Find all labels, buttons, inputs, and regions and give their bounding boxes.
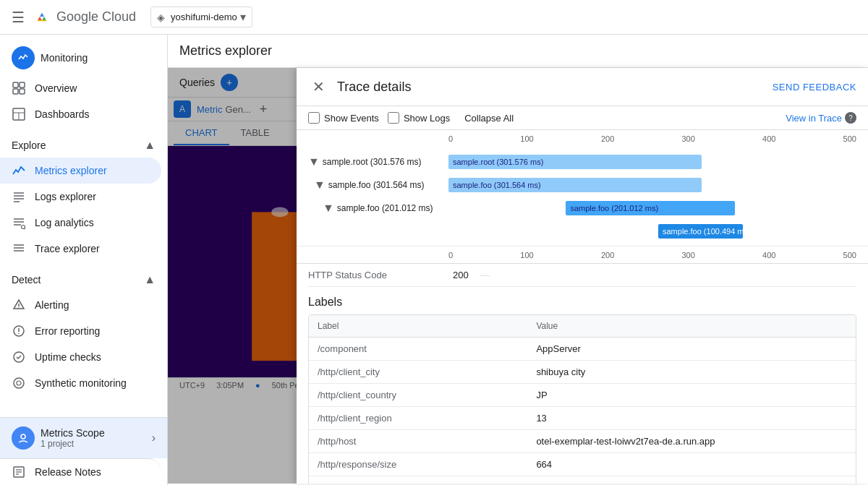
svg-point-27: [21, 434, 25, 439]
axis-400: 400: [762, 134, 775, 143]
label-response-size-key: /http/response/size: [309, 453, 527, 476]
trace-bottom-axis: 0 100 200 300 400 500: [297, 246, 868, 263]
sidebar-item-log-analytics[interactable]: Log analytics: [0, 210, 161, 236]
trace-row-4: sample.foo (100.494 ms): [297, 220, 868, 243]
show-events-input[interactable]: [308, 112, 320, 124]
view-in-trace-button[interactable]: View in Trace ?: [786, 112, 856, 124]
trace-row-1-label: ▼ sample.root (301.576 ms): [297, 155, 448, 168]
show-logs-label: Show Logs: [404, 113, 450, 124]
sidebar-item-synthetic-monitoring[interactable]: Synthetic monitoring: [0, 370, 161, 396]
sidebar-release-notes-label: Release Notes: [35, 466, 101, 478]
label-row-client-region: /http/client_region 13: [309, 407, 856, 430]
explore-toggle[interactable]: ▲: [144, 139, 156, 152]
labels-table: Label Value /component AppServer /http/c…: [308, 314, 856, 484]
dashboards-icon: [12, 107, 26, 121]
close-button[interactable]: ✕: [308, 77, 328, 97]
svg-point-23: [18, 333, 20, 335]
trace-axis-labels: 0 100 200 300 400 500: [448, 134, 856, 143]
help-icon[interactable]: ?: [845, 112, 856, 124]
trace-rows: ▼ sample.root (301.576 ms) sample.root (…: [297, 147, 868, 246]
expand-icon-1[interactable]: ▼: [308, 155, 320, 168]
main-header: Metrics explorer: [168, 35, 868, 68]
labels-header-label: Label: [309, 315, 527, 337]
release-notes-icon: [12, 465, 26, 479]
bottom-axis-300: 300: [681, 251, 694, 259]
view-in-trace-label: View in Trace: [786, 113, 842, 124]
label-response-size-value: 664: [527, 453, 561, 476]
sidebar-overview-label: Overview: [35, 82, 77, 94]
main-title: Metrics explorer: [179, 43, 272, 59]
explore-section-header: Explore ▲: [0, 127, 167, 158]
trace-row-2-bar-area: sample.foo (301.564 ms): [448, 173, 868, 197]
trace-row-1-text: sample.root (301.576 ms): [323, 157, 422, 167]
sidebar-item-dashboards[interactable]: Dashboards: [0, 101, 161, 127]
label-row-url: /http/url https://otel-exemplar-test-loi…: [309, 476, 856, 484]
topbar: ☰ Google Cloud ◈ yoshifumi-demo ▾: [0, 0, 868, 35]
label-row-client-city: /http/client_city shibuya city: [309, 361, 856, 384]
sidebar-error-reporting-label: Error reporting: [35, 325, 100, 337]
sidebar-item-alerting[interactable]: Alerting: [0, 292, 161, 318]
trace-bar-2[interactable]: sample.foo (301.564 ms): [448, 178, 702, 192]
sidebar-item-release-notes[interactable]: Release Notes: [0, 458, 161, 485]
trace-bar-1[interactable]: sample.root (301.576 ms): [448, 155, 702, 169]
main-content: Metrics explorer Queries + A Metric Gen.…: [168, 35, 868, 485]
show-events-checkbox[interactable]: Show Events: [308, 112, 379, 124]
trace-explorer-icon: [12, 241, 26, 256]
monitoring-title: Monitoring: [41, 52, 88, 64]
metrics-scope-icon: [12, 426, 35, 450]
sidebar-item-metrics-explorer[interactable]: Metrics explorer: [0, 158, 161, 184]
trace-row-4-bar-area: sample.foo (100.494 ms): [448, 220, 868, 243]
show-logs-checkbox[interactable]: Show Logs: [388, 112, 450, 124]
trace-top-axis: 0 100 200 300 400 500: [297, 130, 868, 147]
sidebar-metrics-explorer-label: Metrics explorer: [35, 165, 107, 176]
sidebar-metrics-scope[interactable]: Metrics Scope 1 project ›: [0, 417, 167, 458]
metrics-scope-subtitle: 1 project: [41, 439, 152, 449]
svg-point-25: [14, 378, 24, 388]
trace-row-2-label: ▼ sample.foo (301.564 ms): [297, 179, 448, 192]
sidebar-item-trace-explorer[interactable]: Trace explorer: [0, 236, 161, 262]
label-row-response-size: /http/response/size 664: [309, 453, 856, 476]
http-status-label: HTTP Status Code: [308, 270, 453, 280]
labels-section: Labels Label Value /component AppServer …: [308, 287, 856, 484]
trace-bar-4[interactable]: sample.foo (100.494 ms): [658, 224, 743, 239]
monitoring-header: Monitoring: [0, 35, 167, 75]
label-client-country-value: JP: [527, 384, 556, 406]
sidebar-uptime-checks-label: Uptime checks: [35, 351, 101, 363]
sidebar-item-logs-explorer[interactable]: Logs explorer: [0, 184, 161, 210]
axis-200: 200: [601, 134, 614, 143]
sidebar-alerting-label: Alerting: [35, 299, 69, 311]
menu-icon[interactable]: ☰: [12, 9, 25, 26]
trace-panel: ✕ Trace details SEND FEEDBACK Show Event…: [297, 68, 868, 484]
sidebar-item-overview[interactable]: Overview: [0, 75, 161, 101]
label-host-value: otel-exemplar-test-loiwv2t7ea-de.a.run.a…: [527, 430, 723, 452]
svg-rect-0: [13, 82, 18, 87]
label-client-region-key: /http/client_region: [309, 407, 527, 429]
sidebar-item-uptime-checks[interactable]: Uptime checks: [0, 344, 161, 370]
sidebar-item-error-reporting[interactable]: Error reporting: [0, 318, 161, 344]
trace-bar-3[interactable]: sample.foo (201.012 ms): [566, 201, 734, 215]
expand-icon-3[interactable]: ▼: [323, 202, 334, 215]
collapse-all-button[interactable]: Collapse All: [464, 113, 514, 124]
show-logs-input[interactable]: [388, 112, 399, 124]
http-status-row: HTTP Status Code 200 —: [308, 264, 856, 287]
project-selector[interactable]: ◈ yoshifumi-demo ▾: [150, 7, 252, 27]
sidebar: Monitoring Overview Dashboards Explore ▲…: [0, 35, 168, 485]
trace-chart-area: 0 100 200 300 400 500 ▼ sample.root (: [297, 130, 868, 264]
log-analytics-icon: [12, 215, 26, 230]
http-status-extra: —: [480, 270, 490, 280]
send-feedback-button[interactable]: SEND FEEDBACK: [773, 82, 856, 93]
sidebar-logs-explorer-label: Logs explorer: [35, 191, 96, 202]
metrics-scope-chevron-icon: ›: [152, 432, 156, 445]
trace-row-3-label: ▼ sample.foo (201.012 ms): [297, 202, 448, 215]
detect-toggle[interactable]: ▲: [144, 273, 156, 286]
sidebar-log-analytics-label: Log analytics: [35, 217, 94, 228]
detect-label: Detect: [12, 274, 41, 286]
expand-icon-2[interactable]: ▼: [314, 179, 326, 192]
error-reporting-icon: [12, 324, 26, 338]
explore-label: Explore: [12, 140, 46, 151]
bottom-axis-100: 100: [520, 251, 533, 259]
labels-title: Labels: [308, 296, 856, 309]
chart-container: Queries + A Metric Gen... + CHART TABLE: [168, 68, 868, 484]
alerting-icon: [12, 298, 26, 312]
overview-icon: [12, 81, 26, 95]
